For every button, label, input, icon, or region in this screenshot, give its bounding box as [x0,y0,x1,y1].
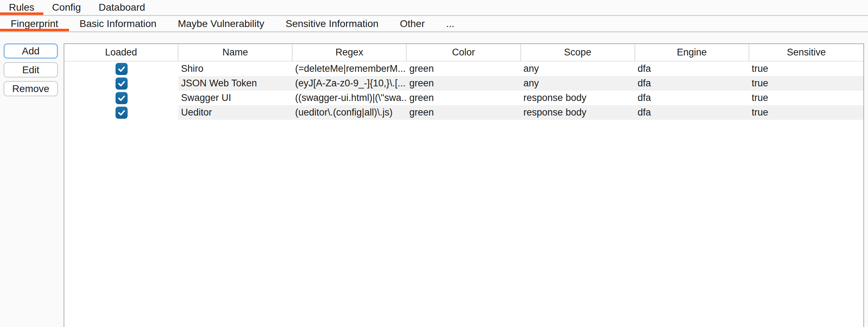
tab-config[interactable]: Config [43,0,90,15]
cell-color: green [407,61,521,76]
cell-engine: dfa [635,61,749,76]
remove-button[interactable]: Remove [4,81,58,96]
cell-sensitive: true [749,61,863,76]
cell-name: Swagger UI [178,91,293,105]
checkmark-icon [117,65,126,73]
tab-fingerprint[interactable]: Fingerprint [0,16,69,31]
cell-loaded [64,76,178,91]
cell-loaded [64,91,178,105]
cell-engine: dfa [635,91,749,105]
cell-engine: dfa [635,76,749,91]
loaded-checkbox[interactable] [116,107,128,119]
cell-loaded [64,61,178,76]
column-header-label: Sensitive [787,47,826,58]
cell-sensitive: true [749,91,863,105]
tab-label: Basic Information [80,19,156,29]
table-header-row: Loaded Name Regex Color Scope Engine Sen… [64,44,863,61]
cell-name: Ueditor [178,105,293,120]
action-panel: Add Edit Remove [0,32,64,96]
sub-tab-bar: Fingerprint Basic Information Maybe Vuln… [0,16,868,32]
add-button[interactable]: Add [4,43,58,59]
tab-label: Other [400,19,425,29]
column-header-label: Name [223,47,248,58]
table-row[interactable]: JSON Web Token (eyJ[A-Za-z0-9_-]{10,}\.[… [64,76,863,91]
cell-color: green [407,105,521,120]
loaded-checkbox[interactable] [116,63,128,75]
cell-regex: (eyJ[A-Za-z0-9_-]{10,}\.[... [293,76,407,91]
column-header-regex[interactable]: Regex [293,44,407,61]
table-body: Shiro (=deleteMe|rememberM... green any … [64,61,863,120]
cell-sensitive: true [749,76,863,91]
table-row[interactable]: Shiro (=deleteMe|rememberM... green any … [64,61,863,76]
column-header-scope[interactable]: Scope [521,44,635,61]
tab-maybe-vulnerability[interactable]: Maybe Vulnerability [167,16,275,31]
app-root: Rules Config Databoard Fingerprint Basic… [0,0,868,327]
column-header-label: Color [452,47,475,58]
column-header-sensitive[interactable]: Sensitive [749,44,863,61]
cell-regex: ((swagger-ui.html)|(\"swa... [293,91,407,105]
cell-color: green [407,76,521,91]
rules-table: Loaded Name Regex Color Scope Engine Sen… [64,43,864,327]
tab-label: ... [446,19,454,29]
loaded-checkbox[interactable] [116,77,128,90]
column-header-color[interactable]: Color [407,44,521,61]
cell-color: green [407,91,521,105]
cell-scope: response body [521,105,635,120]
column-header-label: Engine [677,47,707,58]
cell-scope: response body [521,91,635,105]
column-header-engine[interactable]: Engine [635,44,749,61]
tab-label: Maybe Vulnerability [178,19,264,29]
checkmark-icon [117,108,126,117]
column-header-label: Scope [564,47,591,58]
tab-databoard[interactable]: Databoard [90,0,154,15]
cell-name: Shiro [178,61,293,76]
table-row[interactable]: Ueditor (ueditor\.(config|all)\.js) gree… [64,105,863,120]
loaded-checkbox[interactable] [116,92,128,104]
cell-loaded [64,105,178,120]
column-header-label: Regex [336,47,363,58]
cell-regex: (=deleteMe|rememberM... [293,61,407,76]
column-header-name[interactable]: Name [178,44,293,61]
cell-name: JSON Web Token [178,76,293,91]
tab-label: Config [52,2,81,12]
tab-other[interactable]: Other [389,16,435,31]
checkmark-icon [117,94,126,102]
table-row[interactable]: Swagger UI ((swagger-ui.html)|(\"swa... … [64,91,863,105]
tab-label: Fingerprint [11,19,58,29]
column-header-label: Loaded [105,47,137,58]
column-header-loaded[interactable]: Loaded [64,44,178,61]
cell-engine: dfa [635,105,749,120]
main-tab-bar: Rules Config Databoard [0,0,868,16]
tab-more[interactable]: ... [435,16,465,31]
tab-rules[interactable]: Rules [0,0,43,15]
checkmark-icon [117,79,126,88]
tab-basic-information[interactable]: Basic Information [69,16,167,31]
cell-scope: any [521,61,635,76]
content-area: Add Edit Remove Loaded Name Regex Color … [0,32,868,327]
tab-label: Databoard [99,2,145,12]
tab-label: Rules [9,2,34,12]
cell-regex: (ueditor\.(config|all)\.js) [293,105,407,120]
cell-scope: any [521,76,635,91]
edit-button[interactable]: Edit [4,62,58,77]
tab-sensitive-information[interactable]: Sensitive Information [275,16,389,31]
cell-sensitive: true [749,105,863,120]
tab-label: Sensitive Information [285,19,378,29]
